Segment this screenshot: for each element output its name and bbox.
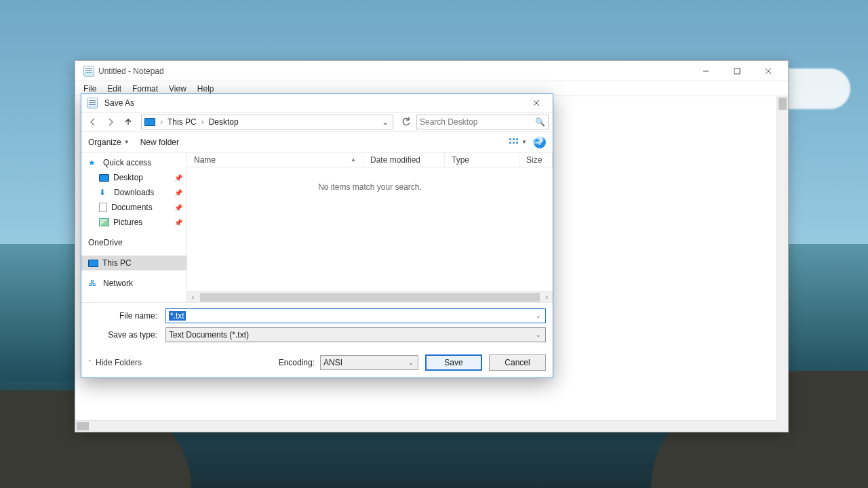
dialog-close-button[interactable]	[524, 95, 549, 111]
encoding-select[interactable]: ANSI ⌄	[320, 355, 418, 370]
menu-format[interactable]: Format	[127, 83, 163, 95]
save-as-type-select[interactable]: Text Documents (*.txt) ⌄	[165, 327, 546, 342]
address-history-dropdown[interactable]: ⌄	[378, 117, 393, 127]
cancel-button-label: Cancel	[505, 358, 530, 367]
tree-pictures[interactable]: Pictures 📌	[81, 215, 186, 230]
scrollbar-track[interactable]	[200, 293, 540, 302]
tree-this-pc[interactable]: This PC	[81, 256, 186, 270]
column-label: Date modified	[370, 155, 420, 165]
scroll-right-icon[interactable]: ›	[541, 293, 553, 301]
save-button-label: Save	[444, 358, 462, 367]
column-type[interactable]: Type	[445, 152, 519, 167]
dialog-titlebar[interactable]: Save As	[81, 94, 553, 112]
chevron-down-icon[interactable]: ⌄	[534, 331, 542, 338]
dialog-fields: File name: *.txt ⌄ Save as type: Text Do…	[81, 302, 553, 349]
maximize-button[interactable]	[722, 61, 753, 81]
dialog-toolbar: Organize ▼ New folder ▼ ?	[81, 132, 553, 152]
this-pc-icon	[144, 118, 155, 126]
view-options-button[interactable]: ▼	[509, 138, 527, 146]
pin-icon: 📌	[174, 174, 182, 182]
tree-label: Network	[103, 279, 133, 288]
tree-label: This PC	[102, 258, 132, 268]
menu-view[interactable]: View	[163, 83, 192, 95]
file-name-value: *.txt	[169, 311, 186, 321]
sort-ascending-icon: ▲	[351, 157, 356, 163]
tree-quick-access[interactable]: ★ Quick access	[81, 155, 186, 170]
tree-downloads[interactable]: ⬇ Downloads 📌	[81, 185, 186, 200]
hide-folders-toggle[interactable]: ˄ Hide Folders	[88, 358, 142, 367]
column-name[interactable]: Name ▲	[187, 152, 363, 167]
tree-label: Pictures	[113, 218, 142, 227]
save-as-type-label: Save as type:	[88, 330, 161, 340]
breadcrumb-desktop[interactable]: Desktop	[206, 115, 241, 129]
tree-label: Downloads	[114, 188, 154, 197]
chevron-down-icon: ▼	[521, 139, 527, 145]
column-label: Type	[452, 155, 469, 165]
column-headers: Name ▲ Date modified Type Size	[187, 152, 553, 167]
search-input[interactable]	[420, 117, 534, 127]
empty-folder-message: No items match your search.	[187, 167, 553, 291]
chevron-up-icon: ˄	[88, 359, 92, 366]
menu-edit[interactable]: Edit	[102, 83, 127, 95]
horizontal-scrollbar[interactable]	[75, 420, 776, 432]
organize-label: Organize	[88, 138, 121, 147]
star-icon: ★	[88, 158, 99, 167]
tree-label: Desktop	[113, 173, 143, 182]
pin-icon: 📌	[174, 189, 182, 197]
svg-rect-1	[734, 68, 740, 74]
chevron-down-icon[interactable]: ⌄	[534, 312, 542, 319]
save-as-dialog: Save As › This PC › Desktop ⌄ 🔍 Organize…	[81, 94, 553, 378]
column-label: Size	[526, 155, 542, 165]
search-box[interactable]: 🔍	[416, 115, 549, 129]
network-icon: 🖧	[88, 279, 99, 288]
scrollbar-thumb[interactable]	[77, 422, 89, 430]
desktop-icon	[99, 174, 109, 182]
minimize-button[interactable]	[690, 61, 722, 81]
file-list: Name ▲ Date modified Type Size No items …	[187, 152, 553, 302]
notepad-titlebar[interactable]: Untitled - Notepad	[75, 61, 788, 81]
notepad-icon	[83, 66, 94, 77]
tree-label: OneDrive	[88, 238, 123, 247]
column-date[interactable]: Date modified	[363, 152, 445, 167]
tree-network[interactable]: 🖧 Network	[81, 276, 186, 291]
tree-onedrive[interactable]: ☁ OneDrive	[81, 235, 186, 250]
file-name-input[interactable]: *.txt ⌄	[165, 308, 546, 323]
vertical-scrollbar[interactable]	[776, 96, 788, 420]
chevron-down-icon[interactable]: ⌄	[407, 359, 415, 366]
save-button[interactable]: Save	[425, 354, 482, 371]
dialog-nav-bar: › This PC › Desktop ⌄ 🔍	[81, 112, 553, 132]
column-size[interactable]: Size	[519, 152, 553, 167]
file-list-hscrollbar[interactable]: ‹ ›	[187, 291, 553, 302]
documents-icon	[99, 203, 107, 212]
nav-back-button[interactable]	[85, 115, 100, 129]
breadcrumb-this-pc[interactable]: This PC	[165, 115, 199, 129]
tree-documents[interactable]: Documents 📌	[81, 200, 186, 215]
scrollbar-thumb[interactable]	[778, 98, 787, 110]
scroll-left-icon[interactable]: ‹	[187, 293, 199, 301]
menu-help[interactable]: Help	[192, 83, 220, 95]
tree-label: Quick access	[103, 158, 151, 167]
nav-up-button[interactable]	[121, 115, 136, 129]
file-name-label: File name:	[88, 311, 161, 321]
nav-forward-button[interactable]	[103, 115, 118, 129]
pictures-icon	[99, 218, 109, 226]
address-bar[interactable]: › This PC › Desktop ⌄	[141, 115, 393, 129]
scrollbar-corner	[776, 420, 788, 432]
breadcrumb-separator: ›	[199, 117, 206, 127]
column-label: Name	[194, 155, 216, 165]
refresh-button[interactable]	[399, 115, 414, 129]
dialog-footer: ˄ Hide Folders Encoding: ANSI ⌄ Save Can…	[81, 349, 553, 378]
organize-menu[interactable]: Organize ▼	[88, 138, 130, 147]
cancel-button[interactable]: Cancel	[489, 354, 546, 371]
new-folder-button[interactable]: New folder	[140, 138, 179, 147]
search-icon: 🔍	[534, 117, 545, 127]
chevron-down-icon: ▼	[124, 139, 130, 145]
view-icon	[509, 138, 519, 146]
breadcrumb-separator: ›	[158, 117, 165, 127]
menu-file[interactable]: File	[78, 83, 102, 95]
hide-folders-label: Hide Folders	[96, 358, 142, 367]
pin-icon: 📌	[174, 219, 182, 226]
encoding-label: Encoding:	[279, 358, 316, 367]
tree-desktop[interactable]: Desktop 📌	[81, 170, 186, 185]
close-button[interactable]	[753, 61, 784, 81]
